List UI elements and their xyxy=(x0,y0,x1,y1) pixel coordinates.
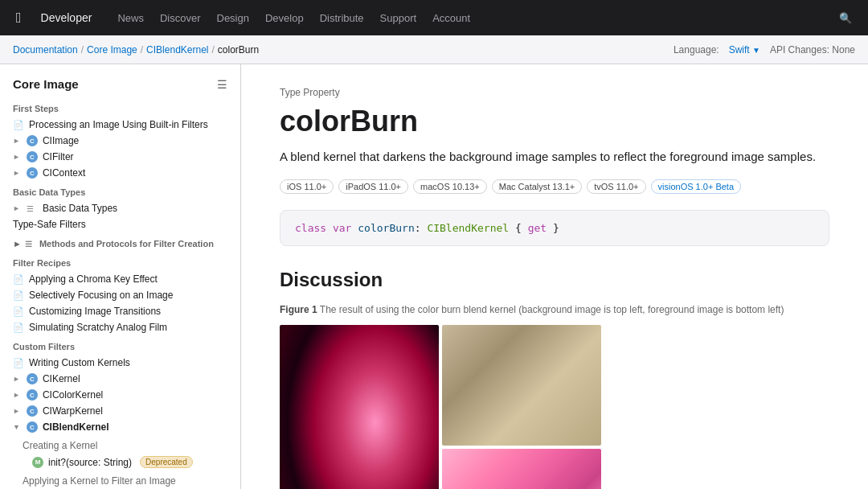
sidebar-item-cicontext[interactable]: ► C CIContext xyxy=(0,165,240,181)
class-icon: C xyxy=(27,373,38,384)
badge-ios: iOS 11.0+ xyxy=(280,179,334,194)
nav-account[interactable]: Account xyxy=(432,12,470,24)
type-property-label: Type Property xyxy=(280,87,829,98)
sidebar-item-cikernel[interactable]: ► C CIKernel xyxy=(0,371,240,387)
doc-icon: 📄 xyxy=(13,290,24,301)
language-label: Language: xyxy=(674,44,719,55)
content-area: Type Property colorBurn A blend kernel t… xyxy=(241,64,868,489)
badge-ipados: iPadOS 11.0+ xyxy=(338,179,408,194)
figure-image-grid xyxy=(280,325,601,490)
sidebar-item-label: Writing Custom Kernels xyxy=(29,357,130,368)
breadcrumb: Documentation / Core Image / CIBlendKern… xyxy=(13,44,259,55)
nav-support[interactable]: Support xyxy=(380,12,417,24)
sidebar-item-label: Type-Safe Filters xyxy=(13,219,86,230)
chevron-icon: ► xyxy=(13,169,20,177)
chevron-icon: ► xyxy=(13,407,20,415)
page-title: colorBurn xyxy=(280,105,829,138)
apple-logo-icon:  xyxy=(16,10,22,27)
class-icon: C xyxy=(27,389,38,401)
doc-icon: 📄 xyxy=(13,274,24,285)
figure-image-bottom-left xyxy=(442,449,601,490)
badge-macos: macOS 10.13+ xyxy=(413,179,487,194)
sidebar-item-label: Basic Data Types xyxy=(43,203,117,214)
section-methods-protocols: ► ☰ Methods and Protocols for Filter Cre… xyxy=(0,232,240,252)
developer-label: Developer xyxy=(41,11,92,24)
api-changes-label: API Changes: None xyxy=(770,44,855,55)
breadcrumb-sep-1: / xyxy=(81,44,84,55)
main-layout: Core Image ☰ First Steps 📄 Processing an… xyxy=(0,64,868,489)
sidebar-group-applying-kernel: Applying a Kernel to Filter an Image xyxy=(0,471,240,489)
chevron-icon: ► xyxy=(13,137,20,145)
sidebar-group-creating-kernel: Creating a Kernel xyxy=(0,435,240,454)
sidebar-item-scratchy-analog[interactable]: 📄 Simulating Scratchy Analog Film xyxy=(0,319,240,335)
group-label: Creating a Kernel xyxy=(23,440,97,451)
sidebar-item-selective-focus[interactable]: 📄 Selectively Focusing on an Image xyxy=(0,287,240,303)
badge-tvos: tvOS 11.0+ xyxy=(587,179,645,194)
sidebar-item-label: CIImage xyxy=(43,135,79,146)
doc-icon: 📄 xyxy=(13,120,24,130)
sidebar-toggle-button[interactable]: ☰ xyxy=(217,78,227,91)
nav-discover[interactable]: Discover xyxy=(160,12,201,24)
language-selector: Language: Swift ▼ API Changes: None xyxy=(674,44,855,55)
nav-develop[interactable]: Develop xyxy=(265,12,304,24)
sidebar-header: Core Image ☰ xyxy=(0,74,240,97)
chevron-icon: ► xyxy=(13,239,22,249)
nav-distribute[interactable]: Distribute xyxy=(320,12,364,24)
sidebar-item-ciimage[interactable]: ► C CIImage xyxy=(0,133,240,149)
class-icon: C xyxy=(27,151,38,162)
search-icon[interactable]: 🔍 xyxy=(839,12,852,24)
breadcrumb-documentation[interactable]: Documentation xyxy=(13,44,78,55)
sidebar-item-label: Applying a Chroma Key Effect xyxy=(29,273,158,285)
top-nav-right: 🔍 xyxy=(839,12,852,24)
sidebar-item-ciblendkernel[interactable]: ▼ C CIBlendKernel xyxy=(0,419,240,435)
sidebar-item-label: Simulating Scratchy Analog Film xyxy=(29,322,167,333)
breadcrumb-bar: Documentation / Core Image / CIBlendKern… xyxy=(0,35,868,64)
class-icon: C xyxy=(27,405,38,417)
sidebar-item-label: CIColorKernel xyxy=(43,389,103,401)
sidebar-item-ciwarpkernel[interactable]: ► C CIWarpKernel xyxy=(0,403,240,419)
sidebar-item-cifilter[interactable]: ► C CIFilter xyxy=(0,149,240,165)
section-first-steps: First Steps xyxy=(0,97,240,117)
top-nav-links: News Discover Design Develop Distribute … xyxy=(117,12,820,24)
figure-caption: Figure 1 The result of using the color b… xyxy=(280,304,829,315)
sidebar-item-label: Processing an Image Using Built-in Filte… xyxy=(29,119,208,130)
sidebar-item-label: CIKernel xyxy=(43,373,80,384)
sidebar-item-label: CIWarpKernel xyxy=(43,405,103,417)
badge-visionos: visionOS 1.0+ Beta xyxy=(651,179,741,194)
list-icon: ☰ xyxy=(27,204,38,213)
language-value[interactable]: Swift ▼ xyxy=(729,44,760,55)
class-icon: C xyxy=(27,421,38,433)
sidebar-item-label: init?(source: String) xyxy=(48,457,132,468)
sidebar-item-processing[interactable]: 📄 Processing an Image Using Built-in Fil… xyxy=(0,117,240,133)
class-icon: C xyxy=(27,135,38,146)
figure-image-top-left xyxy=(442,325,601,446)
code-block-declaration: class var colorBurn: CIBlendKernel { get… xyxy=(280,210,829,246)
doc-icon: 📄 xyxy=(13,323,24,333)
list-icon: ☰ xyxy=(25,240,36,249)
doc-icon: 📄 xyxy=(13,358,24,368)
chevron-icon: ► xyxy=(13,391,20,399)
chevron-icon: ► xyxy=(13,204,20,212)
sidebar-item-image-transitions[interactable]: 📄 Customizing Image Transitions xyxy=(0,303,240,319)
sidebar-item-basic-data-types[interactable]: ► ☰ Basic Data Types xyxy=(0,200,240,216)
sidebar-item-writing-kernels[interactable]: 📄 Writing Custom Kernels xyxy=(0,355,240,371)
doc-icon: 📄 xyxy=(13,306,24,317)
sidebar-item-type-safe-filters[interactable]: Type-Safe Filters xyxy=(0,216,240,232)
nav-news[interactable]: News xyxy=(117,12,144,24)
page-description: A blend kernel that darkens the backgrou… xyxy=(280,148,829,166)
sidebar-item-label: Customizing Image Transitions xyxy=(29,306,161,317)
deprecated-badge: Deprecated xyxy=(140,456,193,468)
section-basic-data-types: Basic Data Types xyxy=(0,181,240,200)
sidebar-item-cicolorkernel[interactable]: ► C CIColorKernel xyxy=(0,387,240,403)
chevron-down-icon: ▼ xyxy=(13,423,20,431)
breadcrumb-sep-2: / xyxy=(141,44,143,55)
group-label: Applying a Kernel to Filter an Image xyxy=(23,475,176,487)
nav-design[interactable]: Design xyxy=(217,12,249,24)
sidebar-item-init-source[interactable]: M init?(source: String) Deprecated xyxy=(0,454,240,471)
sidebar-item-label: CIContext xyxy=(43,167,85,179)
breadcrumb-core-image[interactable]: Core Image xyxy=(87,44,137,55)
sidebar-item-chroma-key[interactable]: 📄 Applying a Chroma Key Effect xyxy=(0,271,240,287)
sidebar-title: Core Image xyxy=(13,77,79,91)
breadcrumb-ciblendkernel[interactable]: CIBlendKernel xyxy=(146,44,208,55)
chevron-icon: ► xyxy=(13,375,20,383)
